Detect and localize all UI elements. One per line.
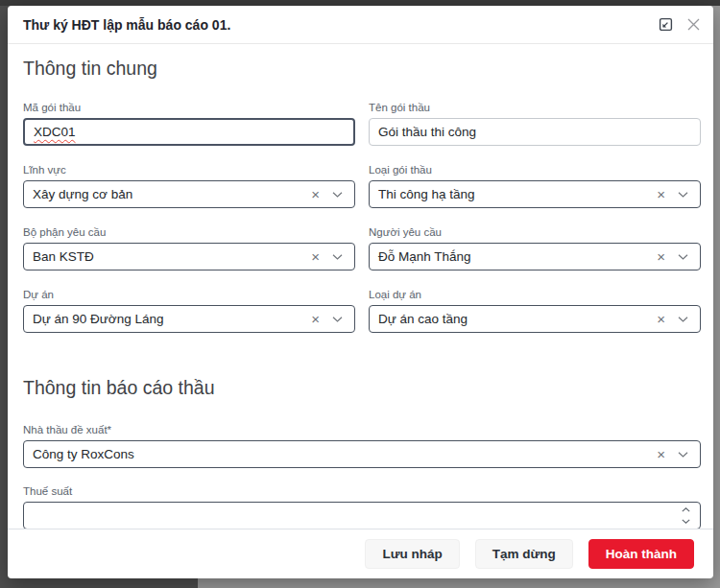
- field-label: Dự án: [23, 288, 355, 301]
- clear-icon[interactable]: ×: [311, 249, 320, 264]
- project-select[interactable]: Dự án 90 Đường Láng ×: [23, 305, 355, 333]
- general-info-grid: Mã gói thầu XDC01 Tên gói thầu Gói thầu …: [23, 101, 701, 333]
- select-icons: ×: [311, 249, 354, 264]
- modal-footer: Lưu nháp Tạm dừng Hoàn thành: [8, 529, 713, 578]
- chevron-down-icon[interactable]: [332, 317, 343, 322]
- proposed-contractor-select[interactable]: Công ty RoxCons ×: [23, 440, 701, 468]
- field-requester: Người yêu cầu Đỗ Mạnh Thắng ×: [369, 225, 701, 270]
- sector-select[interactable]: Xây dựng cơ bản ×: [23, 180, 355, 208]
- chevron-up-icon[interactable]: [682, 507, 690, 512]
- field-label: Mã gói thầu: [23, 101, 355, 114]
- field-label: Loại gói thầu: [369, 163, 701, 176]
- section-heading-bid-report-info: Thông tin báo cáo thầu: [23, 377, 701, 399]
- field-project: Dự án Dự án 90 Đường Láng ×: [23, 288, 355, 333]
- select-value: Dự án cao tầng: [370, 306, 657, 332]
- field-proposed-contractor: Nhà thầu đề xuất* Công ty RoxCons ×: [23, 423, 701, 468]
- pause-button[interactable]: Tạm dừng: [475, 539, 573, 569]
- select-value: Công ty RoxCons: [24, 441, 657, 467]
- field-label: Tên gói thầu: [369, 101, 701, 114]
- project-type-select[interactable]: Dự án cao tầng ×: [369, 305, 701, 333]
- field-label: Loại dự án: [369, 288, 701, 301]
- input-text: XDC01: [34, 125, 76, 139]
- tax-rate-number-input[interactable]: [23, 502, 701, 529]
- chevron-down-icon[interactable]: [332, 192, 343, 198]
- chevron-down-icon[interactable]: [678, 192, 688, 198]
- select-icons: ×: [657, 249, 700, 264]
- complete-button[interactable]: Hoàn thành: [588, 539, 694, 569]
- select-icons: ×: [657, 312, 700, 326]
- package-type-select[interactable]: Thi công hạ tầng ×: [369, 180, 701, 208]
- clear-icon[interactable]: ×: [657, 447, 665, 461]
- input-value: Gói thầu thi công: [370, 119, 700, 145]
- select-value: Đỗ Mạnh Thắng: [370, 244, 657, 270]
- input-value: XDC01: [25, 119, 353, 145]
- select-value: Xây dựng cơ bản: [24, 181, 311, 207]
- chevron-down-icon[interactable]: [682, 519, 690, 524]
- chevron-down-icon[interactable]: [678, 452, 688, 458]
- field-label: Lĩnh vực: [23, 163, 355, 176]
- chevron-down-icon[interactable]: [678, 317, 688, 322]
- field-project-type: Loại dự án Dự án cao tầng ×: [369, 288, 701, 333]
- modal-body: Thông tin chung Mã gói thầu XDC01 Tên gó…: [8, 44, 713, 529]
- modal-title: Thư ký HĐT lập mẫu báo cáo 01.: [23, 17, 659, 33]
- clear-icon[interactable]: ×: [657, 187, 665, 201]
- select-value: Dự án 90 Đường Láng: [24, 306, 311, 332]
- clear-icon[interactable]: ×: [657, 312, 665, 326]
- number-spinner: [679, 503, 700, 529]
- field-requesting-dept: Bộ phận yêu cầu Ban KSTĐ ×: [23, 225, 355, 270]
- section-heading-general-info: Thông tin chung: [23, 58, 701, 80]
- requesting-dept-select[interactable]: Ban KSTĐ ×: [23, 243, 355, 270]
- select-icons: ×: [657, 187, 700, 201]
- field-label: Người yêu cầu: [369, 225, 701, 239]
- field-package-name: Tên gói thầu Gói thầu thi công: [369, 101, 701, 146]
- field-package-code: Mã gói thầu XDC01: [23, 101, 355, 146]
- field-package-type: Loại gói thầu Thi công hạ tầng ×: [369, 163, 701, 208]
- close-icon[interactable]: [687, 18, 700, 31]
- clear-icon[interactable]: ×: [311, 187, 320, 201]
- report-template-modal: Thư ký HĐT lập mẫu báo cáo 01. Thông tin…: [8, 6, 713, 578]
- requester-select[interactable]: Đỗ Mạnh Thắng ×: [369, 243, 701, 270]
- field-label: Thuế suất: [23, 484, 701, 498]
- package-code-input[interactable]: XDC01: [23, 118, 355, 146]
- package-name-input[interactable]: Gói thầu thi công: [369, 118, 701, 146]
- field-tax-rate: Thuế suất: [23, 484, 701, 529]
- field-sector: Lĩnh vực Xây dựng cơ bản ×: [23, 163, 355, 208]
- expand-window-icon[interactable]: [659, 17, 673, 32]
- field-label: Bộ phận yêu cầu: [23, 225, 355, 239]
- field-label: Nhà thầu đề xuất*: [23, 423, 701, 436]
- clear-icon[interactable]: ×: [311, 312, 320, 326]
- select-value: Thi công hạ tầng: [370, 181, 657, 207]
- modal-header: Thư ký HĐT lập mẫu báo cáo 01.: [8, 6, 713, 44]
- select-icons: ×: [657, 447, 700, 461]
- chevron-down-icon[interactable]: [678, 254, 688, 260]
- select-icons: ×: [311, 187, 354, 201]
- clear-icon[interactable]: ×: [657, 249, 665, 264]
- save-draft-button[interactable]: Lưu nháp: [365, 539, 459, 569]
- modal-header-actions: [659, 17, 700, 32]
- select-icons: ×: [311, 312, 354, 326]
- chevron-down-icon[interactable]: [332, 254, 343, 260]
- select-value: Ban KSTĐ: [24, 244, 311, 270]
